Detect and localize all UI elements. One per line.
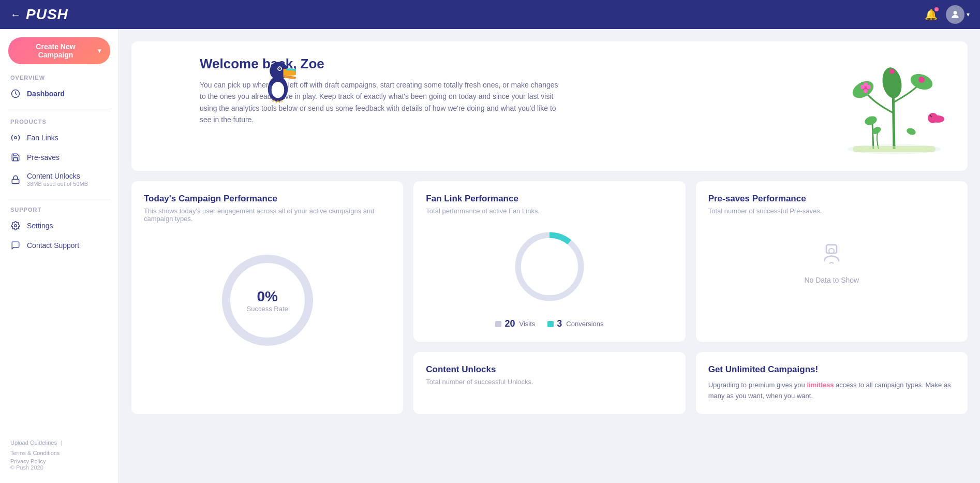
- today-campaign-desc: Success Rate: [247, 305, 288, 313]
- svg-point-4: [14, 225, 17, 227]
- svg-rect-33: [853, 146, 936, 152]
- footer-terms-link[interactable]: Terms & Conditions: [10, 450, 60, 456]
- avatar[interactable]: [946, 5, 964, 24]
- pre-saves-card: Pre-saves Performance Total number of su…: [696, 181, 968, 342]
- fan-link-conversions: 3 Conversions: [547, 318, 603, 329]
- svg-point-25: [864, 89, 868, 93]
- svg-point-26: [860, 85, 865, 89]
- fan-links-label: Fan Links: [27, 134, 58, 142]
- pre-saves-subtitle: Total number of successful Pre-saves.: [708, 207, 955, 215]
- main-content: Welcome back, Zoe You can pick up where …: [119, 29, 980, 483]
- sidebar-divider-2: [8, 199, 110, 199]
- create-campaign-caret-icon: ▾: [98, 47, 101, 54]
- svg-point-32: [905, 127, 916, 136]
- sidebar-item-fan-links[interactable]: Fan Links: [0, 128, 118, 148]
- support-section-label: SUPPORT: [0, 207, 118, 213]
- fan-link-donut: [508, 225, 591, 308]
- conversions-label: Conversions: [566, 320, 603, 328]
- plant-illustration: [837, 56, 951, 156]
- pre-saves-title: Pre-saves Performance: [708, 194, 955, 204]
- notification-dot: [934, 7, 939, 11]
- today-campaign-card: Today's Campaign Performance This shows …: [131, 181, 403, 414]
- settings-icon: [10, 221, 21, 231]
- unlimited-card: Get Unlimited Campaigns! Upgrading to pr…: [696, 352, 968, 414]
- sidebar-item-content-unlocks[interactable]: Content Unlocks 38MB used out of 50MB: [0, 167, 118, 192]
- welcome-title: Welcome back, Zoe: [200, 56, 562, 72]
- dashboard-icon: [10, 89, 21, 99]
- pre-saves-label: Pre-saves: [27, 153, 60, 162]
- sidebar: Create New Campaign ▾ OVERVIEW Dashboard…: [0, 29, 119, 483]
- svg-point-24: [867, 85, 871, 89]
- back-button[interactable]: ←: [10, 9, 21, 21]
- today-campaign-title: Today's Campaign Performance: [144, 194, 391, 204]
- no-data-icon: [819, 241, 844, 271]
- welcome-body: You can pick up where you left off with …: [200, 79, 562, 126]
- sidebar-footer: Upload Guidelines | Terms & Conditions P…: [0, 431, 118, 475]
- footer-links: Upload Guidelines | Terms & Conditions: [10, 440, 108, 456]
- pre-saves-icon: [10, 152, 21, 163]
- contact-support-label: Contact Support: [27, 241, 79, 250]
- today-campaign-donut: 0% Success Rate: [216, 248, 319, 352]
- topnav: ← PUSH 🔔 ▾: [0, 0, 980, 29]
- svg-point-21: [918, 77, 925, 83]
- fan-link-card: Fan Link Performance Total performance o…: [413, 181, 685, 342]
- today-campaign-donut-label: 0% Success Rate: [247, 288, 288, 313]
- content-unlocks-label: Content Unlocks: [27, 172, 88, 180]
- unlimited-body-part1: Upgrading to premium gives you: [708, 381, 807, 389]
- svg-point-10: [272, 82, 285, 98]
- create-campaign-button[interactable]: Create New Campaign ▾: [8, 37, 110, 64]
- settings-label: Settings: [27, 222, 53, 230]
- products-section-label: PRODUCTS: [0, 119, 118, 125]
- layout: Create New Campaign ▾ OVERVIEW Dashboard…: [0, 29, 980, 483]
- visits-label: Visits: [519, 320, 535, 328]
- unlimited-highlight: limitless: [807, 381, 834, 389]
- footer-upload-link[interactable]: Upload Guidelines: [10, 440, 57, 446]
- content-unlocks-card-title: Content Unlocks: [426, 364, 673, 375]
- topnav-icons: 🔔 ▾: [925, 5, 970, 24]
- content-unlocks-card-subtitle: Total number of successful Unlocks.: [426, 378, 673, 386]
- sidebar-item-pre-saves[interactable]: Pre-saves: [0, 148, 118, 167]
- content-unlocks-sub: 38MB used out of 50MB: [27, 181, 88, 187]
- svg-point-22: [889, 69, 895, 74]
- pre-saves-no-data-text: No Data to Show: [804, 276, 859, 284]
- welcome-text: Welcome back, Zoe You can pick up where …: [148, 56, 562, 126]
- sidebar-divider-1: [8, 111, 110, 111]
- pre-saves-no-data: No Data to Show: [708, 225, 955, 300]
- sidebar-item-settings[interactable]: Settings: [0, 216, 118, 236]
- fan-links-icon: [10, 133, 21, 143]
- footer-divider: |: [61, 440, 63, 446]
- avatar-caret-icon[interactable]: ▾: [967, 11, 970, 18]
- svg-point-28: [864, 114, 878, 126]
- today-campaign-subtitle: This shows today's user engagement acros…: [144, 207, 391, 223]
- svg-point-0: [954, 11, 957, 14]
- content-unlocks-card: Content Unlocks Total number of successf…: [413, 352, 685, 414]
- svg-line-27: [872, 123, 873, 149]
- content-unlocks-content: Content Unlocks 38MB used out of 50MB: [27, 172, 88, 187]
- visits-dot: [495, 321, 501, 327]
- logo: PUSH: [26, 6, 925, 23]
- content-unlocks-icon: [10, 174, 21, 185]
- contact-support-icon: [10, 240, 21, 251]
- overview-section-label: OVERVIEW: [0, 75, 118, 81]
- sidebar-item-dashboard[interactable]: Dashboard: [0, 84, 118, 104]
- fan-link-subtitle: Total performance of active Fan Links.: [426, 207, 673, 215]
- conversions-dot: [547, 321, 554, 327]
- fan-link-title: Fan Link Performance: [426, 194, 673, 204]
- svg-point-35: [518, 235, 581, 298]
- sidebar-item-contact-support[interactable]: Contact Support: [0, 236, 118, 255]
- welcome-card: Welcome back, Zoe You can pick up where …: [131, 41, 968, 171]
- fan-link-visits: 20 Visits: [495, 318, 535, 329]
- unlimited-title: Get Unlimited Campaigns!: [708, 364, 955, 375]
- conversions-count: 3: [557, 318, 562, 329]
- svg-point-2: [14, 137, 17, 139]
- create-campaign-label: Create New Campaign: [18, 42, 94, 59]
- fan-link-stats: 20 Visits 3 Conversions: [426, 318, 673, 329]
- visits-count: 20: [504, 318, 515, 329]
- svg-point-9: [279, 68, 280, 69]
- today-campaign-donut-container: 0% Success Rate: [144, 233, 391, 368]
- svg-point-30: [932, 115, 944, 123]
- notification-bell-icon[interactable]: 🔔: [925, 8, 938, 21]
- unlimited-body: Upgrading to premium gives you limitless…: [708, 380, 955, 402]
- footer-privacy-link[interactable]: Privacy Policy: [10, 458, 46, 464]
- dashboard-label: Dashboard: [27, 90, 65, 98]
